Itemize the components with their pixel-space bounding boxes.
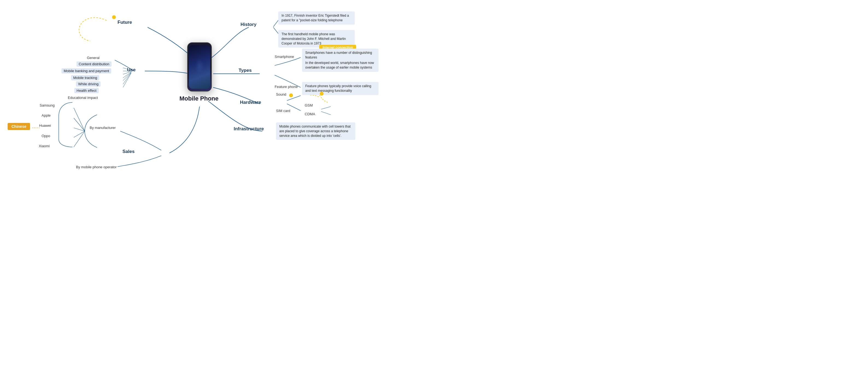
use-item-health: Health effect <box>74 88 99 93</box>
manufacturer-xiaomi: Xiaomi <box>39 143 50 148</box>
by-operator-node: By mobile phone operator <box>76 164 117 169</box>
svg-line-1 <box>273 27 279 34</box>
manufacturer-apple: Apple <box>41 113 51 118</box>
svg-line-8 <box>321 111 331 115</box>
future-label: Future <box>118 20 132 25</box>
history-label: History <box>241 22 257 27</box>
smartphone-node: Smartphone <box>275 54 294 59</box>
gsm-node: GSM <box>305 103 313 108</box>
by-manufacturer-node: By manufacturer <box>90 125 116 130</box>
svg-line-7 <box>321 106 331 109</box>
future-dot <box>112 15 116 19</box>
cdma-node: CDMA <box>305 111 315 116</box>
types-node: Types <box>239 68 252 73</box>
svg-line-22 <box>123 73 131 88</box>
phone-image <box>187 42 212 92</box>
manufacturer-samsung: Samsung <box>40 103 55 108</box>
history-info-1: In 1917, Finnish inventor Eric Tigersted… <box>278 11 355 25</box>
hardware-node: Hardware <box>240 100 261 105</box>
use-item-education: Educational impact <box>68 95 98 100</box>
use-item-banking: Mobile banking and payment <box>61 68 111 73</box>
use-label: Use <box>127 67 135 72</box>
use-node: Use <box>127 67 135 73</box>
feature-phone-node: Feature phone <box>275 84 298 89</box>
chinese-tag[interactable]: Chinese <box>8 124 30 129</box>
sound-node: Sound <box>276 92 286 97</box>
infrastructure-info: Mobile phones communicate with cell towe… <box>276 122 355 140</box>
svg-line-20 <box>123 72 131 81</box>
manufacturer-huawei: Huawei <box>39 123 51 128</box>
center-title: Mobile Phone <box>174 95 223 102</box>
mind-map: Mobile Phone History In 1917, Finnish in… <box>0 0 434 191</box>
use-item-general: General <box>87 55 99 60</box>
future-node: Future <box>118 20 132 25</box>
hardware-label: Hardware <box>240 100 261 105</box>
manufacturer-bracket <box>53 101 78 149</box>
svg-line-0 <box>273 20 279 27</box>
types-label: Types <box>239 68 252 73</box>
feature-phone-dot <box>320 92 323 96</box>
svg-line-5 <box>287 96 301 100</box>
infrastructure-node: Infrastructure <box>234 126 264 132</box>
sales-label: Sales <box>122 149 134 154</box>
svg-line-19 <box>123 72 131 78</box>
smartphone-info-2: In the developed world, smartphones have… <box>302 59 378 72</box>
sound-dot <box>289 93 293 97</box>
manufacturer-oppo: Oppo <box>41 133 50 138</box>
use-item-driving: While driving <box>76 82 100 86</box>
sales-node: Sales <box>122 149 134 154</box>
use-item-content: Content distribution <box>76 61 112 66</box>
feature-phone-info: Feature phones typically provide voice c… <box>302 82 378 95</box>
history-node: History <box>241 22 257 27</box>
use-item-tracking: Mobile tracking <box>71 75 99 80</box>
sim-card-node: SIM card <box>276 108 290 113</box>
svg-line-21 <box>123 73 131 84</box>
infrastructure-label: Infrastructure <box>234 126 264 131</box>
